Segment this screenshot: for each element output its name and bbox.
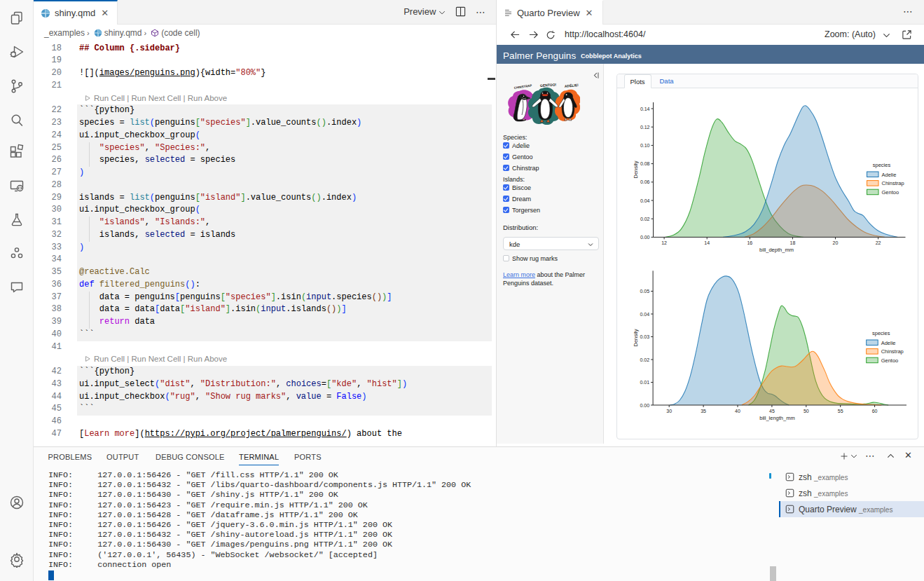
svg-text:Chinstrap: Chinstrap [881, 180, 904, 186]
svg-text:16: 16 [747, 240, 752, 245]
svg-text:45: 45 [769, 409, 775, 413]
svg-text:0.04: 0.04 [640, 312, 649, 317]
svg-text:0.14: 0.14 [640, 107, 649, 111]
svg-text:GENTOO!: GENTOO! [540, 82, 557, 88]
svg-text:0.05: 0.05 [640, 289, 649, 294]
svg-text:0.00: 0.00 [640, 403, 649, 408]
svg-text:35: 35 [701, 409, 706, 413]
svg-text:0.00: 0.00 [640, 235, 649, 240]
svg-text:12: 12 [661, 240, 667, 245]
svg-text:bill_depth_mm: bill_depth_mm [759, 247, 794, 253]
svg-text:50: 50 [803, 409, 808, 413]
svg-text:18: 18 [789, 240, 795, 245]
svg-text:species: species [871, 330, 890, 336]
svg-text:bill_length_mm: bill_length_mm [759, 415, 794, 421]
svg-text:0.01: 0.01 [640, 380, 649, 385]
svg-text:0.06: 0.06 [640, 179, 649, 184]
svg-text:60: 60 [871, 409, 877, 413]
svg-text:CHINSTRAP: CHINSTRAP [513, 83, 532, 90]
svg-text:species: species [872, 162, 890, 168]
svg-text:Density: Density [633, 160, 639, 178]
svg-text:0.02: 0.02 [640, 357, 649, 362]
svg-text:Density: Density [633, 329, 639, 346]
svg-text:30: 30 [666, 409, 672, 413]
svg-text:14: 14 [704, 240, 710, 245]
svg-text:0.10: 0.10 [640, 143, 649, 148]
svg-text:Adelie: Adelie [881, 340, 895, 346]
svg-text:20: 20 [832, 240, 838, 245]
svg-text:0.04: 0.04 [640, 198, 649, 203]
svg-text:Adelie: Adelie [881, 172, 896, 178]
svg-text:0.08: 0.08 [640, 161, 649, 166]
svg-text:Chinstrap: Chinstrap [881, 348, 903, 355]
svg-text:0.02: 0.02 [640, 217, 649, 221]
svg-text:Gentoo: Gentoo [881, 189, 899, 196]
svg-text:Gentoo: Gentoo [881, 357, 898, 364]
svg-text:0.12: 0.12 [640, 125, 649, 130]
svg-text:22: 22 [875, 240, 881, 245]
svg-text:40: 40 [735, 409, 740, 413]
svg-text:ADÉLIE!: ADÉLIE! [564, 82, 579, 88]
svg-text:0.03: 0.03 [640, 334, 649, 339]
svg-text:55: 55 [837, 409, 843, 413]
